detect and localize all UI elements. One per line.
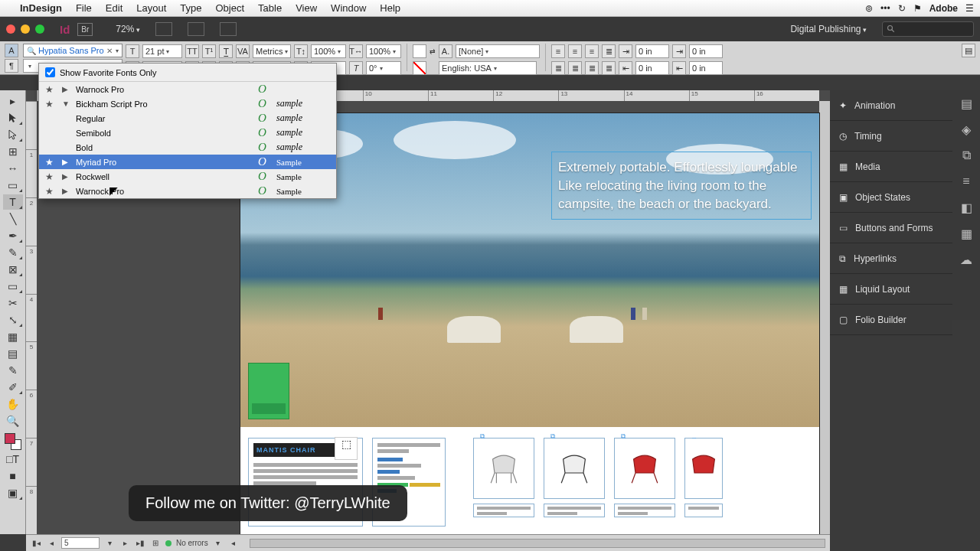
clear-icon[interactable]: ✕ <box>106 47 113 55</box>
align-center-icon[interactable]: ≡ <box>568 44 582 58</box>
swap-icon[interactable]: ⇄ <box>430 47 436 55</box>
gap-tool-icon[interactable]: ↔ <box>3 161 23 176</box>
layers-panel-icon[interactable]: ◈ <box>958 121 975 138</box>
indent-right-field[interactable]: 0 in <box>635 61 669 75</box>
swatches-panel-icon[interactable]: ▦ <box>958 225 975 242</box>
font-item[interactable]: ★ ▶ Warnock Pro O <box>39 82 336 96</box>
menu-view[interactable]: View <box>296 2 317 14</box>
window-controls[interactable] <box>6 24 44 34</box>
menu-window[interactable]: Window <box>331 2 366 14</box>
kerning-field[interactable]: Metrics <box>253 44 291 58</box>
preflight-menu-icon[interactable]: ▾ <box>213 539 224 547</box>
arrange-docs-icon[interactable] <box>220 22 237 36</box>
zoom-window-icon[interactable] <box>35 24 44 34</box>
justify-center-icon[interactable]: ≣ <box>568 61 582 75</box>
font-family-field[interactable]: 🔍 Hypatia Sans Pro ✕ ▾ <box>23 44 122 57</box>
all-caps-icon[interactable]: TT <box>185 44 199 58</box>
language-field[interactable]: English: USA <box>439 61 537 75</box>
line-tool-icon[interactable]: ╲ <box>3 211 23 227</box>
panel-object-states[interactable]: ▣Object States <box>830 182 952 213</box>
panel-folio-builder[interactable]: ▢Folio Builder <box>830 305 952 335</box>
zoom-tool-icon[interactable]: 🔍 <box>3 413 23 429</box>
close-window-icon[interactable] <box>6 24 15 34</box>
menu-object[interactable]: Object <box>216 2 245 14</box>
chair-item[interactable]: ⧉ <box>544 438 605 527</box>
menu-file[interactable]: File <box>76 2 92 14</box>
expand-icon[interactable]: ▸ <box>3 93 23 109</box>
gradient-feather-icon[interactable]: ▤ <box>3 346 23 361</box>
eyedropper-tool-icon[interactable]: ✐ <box>3 380 23 395</box>
container-format-icon[interactable]: □T <box>3 452 23 467</box>
page-tool-icon[interactable]: ⊞ <box>3 144 23 159</box>
selection-tool-icon[interactable] <box>3 110 23 126</box>
app-menu[interactable]: InDesign <box>20 2 62 14</box>
vscale-field[interactable]: 100% <box>311 44 346 58</box>
superscript-icon[interactable]: T¹ <box>202 44 216 58</box>
align-left-icon[interactable]: ≡ <box>551 44 565 58</box>
workspace-switcher[interactable]: Digital Publishing <box>790 24 867 34</box>
show-favorites-checkbox[interactable] <box>45 67 55 77</box>
justify-left-icon[interactable]: ≣ <box>551 61 565 75</box>
scissors-tool-icon[interactable]: ✂ <box>3 295 23 311</box>
pencil-tool-icon[interactable]: ✎ <box>3 245 23 260</box>
font-list[interactable]: ★ ▶ Warnock Pro O ★ ▼ Bickham Script Pro… <box>39 82 336 198</box>
panel-hyperlinks[interactable]: ⧉Hyperlinks <box>830 243 952 274</box>
apply-color-icon[interactable]: ■ <box>3 468 23 484</box>
chevron-icon[interactable]: ▶ <box>62 158 70 166</box>
panel-liquid-layout[interactable]: ▦Liquid Layout <box>830 274 952 305</box>
sync-icon[interactable]: ↻ <box>898 3 906 14</box>
preflight-status[interactable]: No errors <box>176 539 208 547</box>
justify-right-icon[interactable]: ≣ <box>585 61 599 75</box>
chevron-icon[interactable]: ▶ <box>62 172 70 181</box>
menu-extras-icon[interactable]: ••• <box>880 3 890 14</box>
cc-libraries-icon[interactable]: ☁ <box>958 251 975 268</box>
chevron-icon[interactable]: ▶ <box>62 187 70 195</box>
horizontal-scrollbar[interactable] <box>250 539 825 548</box>
align-spine-icon[interactable]: ≣ <box>602 61 616 75</box>
underline-icon[interactable]: T̲ <box>219 44 233 58</box>
font-item[interactable]: ★ ▼ Bickham Script Pro O sample <box>39 96 336 111</box>
first-page-icon[interactable]: ▮◂ <box>31 539 41 547</box>
justify-full-icon[interactable]: ≣ <box>602 44 616 58</box>
menu-help[interactable]: Help <box>380 2 400 14</box>
panel-animation[interactable]: ✦Animation <box>830 90 952 121</box>
type-tool-icon[interactable]: T <box>3 194 23 210</box>
gradient-swatch-icon[interactable]: ▦ <box>3 329 23 344</box>
minimize-window-icon[interactable] <box>21 24 30 34</box>
chevron-icon[interactable]: ▼ <box>62 99 70 108</box>
panel-media[interactable]: ▦Media <box>830 152 952 182</box>
color-panel-icon[interactable]: ◧ <box>958 199 975 216</box>
menu-table[interactable]: Table <box>258 2 282 14</box>
menu-type[interactable]: Type <box>180 2 201 14</box>
favorite-star-icon[interactable]: ★ <box>45 99 56 109</box>
vertical-scrollbar[interactable] <box>819 101 830 534</box>
panel-timing[interactable]: ◷Timing <box>830 121 952 152</box>
font-item[interactable]: ★ ▶ Warnock Pro O Sample <box>39 184 336 198</box>
view-options-icon[interactable] <box>155 22 172 36</box>
panel-menu-icon[interactable]: ▤ <box>962 44 975 57</box>
free-transform-icon[interactable]: ⤡ <box>3 312 23 328</box>
font-item[interactable]: ★ ▶ Myriad Pro O Sample <box>39 155 336 169</box>
prev-page-icon[interactable]: ◂ <box>46 539 57 547</box>
rectangle-frame-icon[interactable]: ⊠ <box>3 262 23 277</box>
zoom-level[interactable]: 72% <box>116 24 140 34</box>
chevron-down-icon[interactable]: ▾ <box>116 47 119 54</box>
paragraph-formatting-icon[interactable]: ¶ <box>5 59 18 73</box>
pen-tool-icon[interactable]: ✒ <box>3 228 23 243</box>
char-style-field[interactable]: [None] <box>456 44 540 58</box>
hscale-field[interactable]: 100% <box>366 44 401 58</box>
favorite-star-icon[interactable]: ★ <box>45 157 56 168</box>
hand-tool-icon[interactable]: ✋ <box>3 396 23 412</box>
notification-icon[interactable]: ⚑ <box>913 3 922 14</box>
fill-swatch[interactable] <box>413 44 426 58</box>
align-right-icon[interactable]: ≡ <box>585 44 599 58</box>
favorite-star-icon[interactable]: ★ <box>45 84 56 95</box>
menu-edit[interactable]: Edit <box>106 2 122 14</box>
stroke-swatch[interactable] <box>413 61 426 75</box>
font-variant-item[interactable]: Regular O sample <box>39 111 336 126</box>
first-line-field[interactable]: 0 in <box>689 44 723 58</box>
font-size-field[interactable]: 21 pt <box>142 44 182 58</box>
screen-mode-icon[interactable] <box>188 22 204 36</box>
page-menu-icon[interactable]: ▾ <box>104 539 115 547</box>
cc-icon[interactable]: ⊚ <box>865 3 873 14</box>
